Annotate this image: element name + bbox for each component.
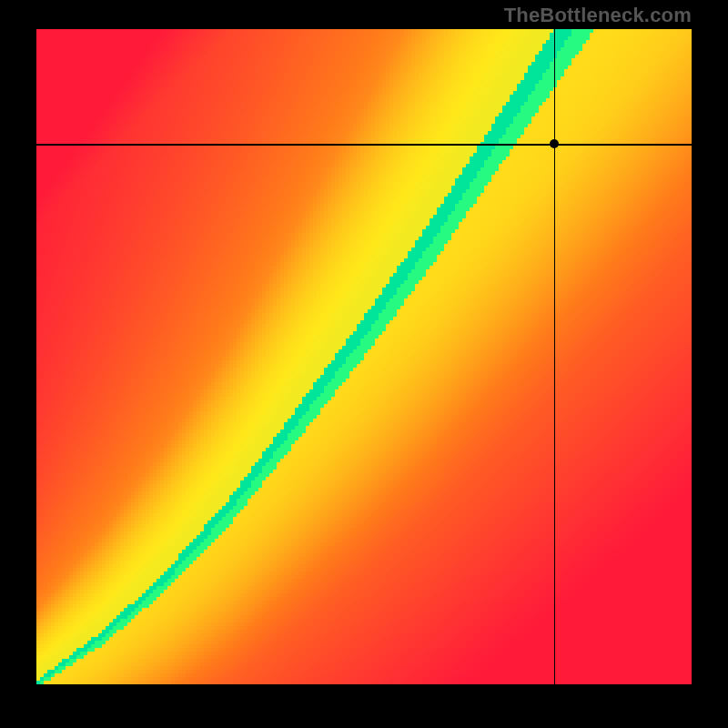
marker-point-dot <box>550 139 559 148</box>
heatmap-canvas <box>36 29 692 684</box>
crosshair-vertical-line <box>554 29 556 684</box>
heatmap-plot <box>36 29 692 684</box>
crosshair-horizontal-line <box>36 144 692 146</box>
watermark-text: TheBottleneck.com <box>504 4 692 27</box>
chart-stage: TheBottleneck.com <box>0 0 728 728</box>
